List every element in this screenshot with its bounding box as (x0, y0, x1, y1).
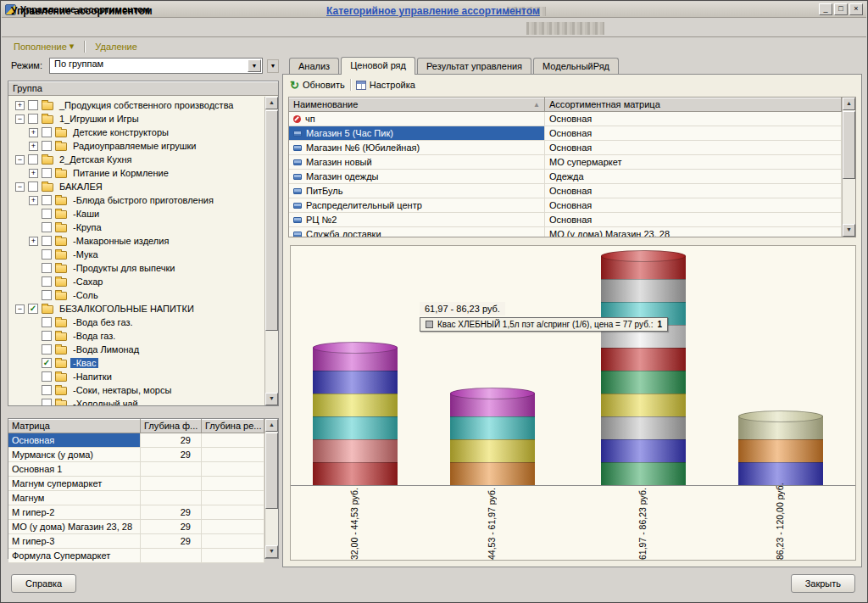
tree-expander-icon[interactable]: − (15, 182, 25, 192)
bar-segment[interactable] (450, 416, 535, 439)
bar-segment[interactable] (601, 439, 686, 462)
tree-checkbox[interactable] (28, 100, 38, 110)
tree-expander-icon[interactable]: + (29, 196, 38, 205)
tree-item[interactable]: −1_Игрушки и Игры (8, 112, 264, 126)
matrix-row[interactable]: М гипер-329 (8, 534, 264, 549)
store-matrix-cell[interactable]: Основная (545, 112, 842, 126)
store-name-cell[interactable]: Магазин №6 (Юбилейная) (289, 141, 545, 155)
minimize-button[interactable]: _ (819, 3, 832, 15)
bar-segment[interactable] (738, 439, 823, 462)
panel-dropdown-button[interactable]: ▼ (267, 59, 279, 73)
tree-checkbox[interactable] (42, 127, 52, 137)
tree-expander-icon[interactable]: − (15, 304, 25, 314)
bar-segment[interactable] (313, 416, 398, 439)
store-matrix-cell[interactable]: Основная (545, 184, 842, 198)
bar-segment[interactable] (450, 439, 535, 462)
tree-vertical-scrollbar[interactable]: ▲ ▼ (264, 97, 278, 405)
bar-segment[interactable] (601, 348, 686, 371)
matrix-vertical-scrollbar[interactable]: ▲ ▼ (264, 419, 278, 558)
tree-checkbox[interactable] (28, 181, 38, 192)
scroll-down-icon[interactable]: ▼ (843, 224, 855, 237)
tree-checkbox[interactable] (42, 168, 52, 178)
bar-segment[interactable] (738, 462, 823, 485)
scroll-up-icon[interactable]: ▲ (265, 419, 278, 432)
tree-checkbox[interactable]: ✓ (28, 304, 38, 314)
store-name-cell[interactable]: Распределительный центр (289, 198, 545, 213)
tree-expander-icon[interactable]: + (29, 128, 38, 137)
tree-item[interactable]: -Сахар (8, 275, 264, 288)
matrix-depth-fact-cell[interactable] (141, 477, 202, 491)
scrollbar-thumb[interactable] (265, 433, 278, 509)
tree-item[interactable]: -Крупа (8, 221, 264, 234)
tree-item[interactable]: +-Макаронные изделия (8, 234, 264, 248)
tree-item[interactable]: -Каши (8, 207, 264, 221)
tree-item[interactable]: -Холодный чай (8, 397, 264, 405)
tree-expander-icon[interactable]: − (15, 114, 25, 124)
matrix-depth-res-cell[interactable] (202, 534, 264, 549)
matrix-name-cell[interactable]: М гипер-2 (8, 505, 141, 520)
tree-checkbox[interactable] (28, 154, 38, 165)
matrix-depth-fact-cell[interactable]: 29 (141, 448, 202, 462)
tree-checkbox[interactable] (42, 276, 52, 287)
store-matrix-cell[interactable]: Одежда (545, 170, 842, 184)
matrix-row[interactable]: М гипер-229 (8, 505, 264, 520)
store-matrix-cell[interactable]: МО супермаркет (545, 155, 842, 170)
tree-item[interactable]: +_Продукция собственного производства (8, 98, 264, 112)
store-row[interactable]: Магазин 5 (Час Пик)Основная (289, 126, 842, 141)
tree-checkbox[interactable] (28, 114, 38, 124)
bar-segment[interactable] (601, 462, 686, 485)
tree-checkbox[interactable] (42, 141, 52, 151)
matrix-depth-res-cell[interactable] (202, 505, 264, 520)
matrix-name-cell[interactable]: Основная 1 (8, 462, 141, 477)
store-row[interactable]: Магазин новыйМО супермаркет (289, 155, 842, 170)
matrix-column-header[interactable]: Глубина ф... (141, 419, 202, 433)
tab-analysis[interactable]: Анализ (289, 58, 339, 74)
tree-checkbox[interactable] (42, 344, 52, 355)
store-name-cell[interactable]: РЦ №2 (289, 213, 545, 227)
help-button[interactable]: Справка (11, 574, 76, 593)
matrix-name-cell[interactable]: Мурманск (у дома) (8, 448, 141, 462)
tree-item[interactable]: -Вода без газ. (8, 315, 264, 329)
matrix-depth-res-cell[interactable] (202, 549, 264, 563)
store-row[interactable]: Магазин №6 (Юбилейная)Основная (289, 141, 842, 155)
sort-asc-icon[interactable]: ▲ (533, 101, 540, 109)
bar-segment[interactable] (601, 279, 686, 302)
scrollbar-thumb[interactable] (265, 110, 278, 331)
store-row[interactable]: чпОсновная (289, 112, 842, 126)
chart-bar[interactable] (450, 394, 535, 485)
matrix-depth-fact-cell[interactable]: 29 (141, 505, 202, 520)
chart-bar[interactable] (601, 256, 686, 485)
tree-checkbox[interactable] (42, 399, 52, 405)
tree-checkbox[interactable] (42, 209, 52, 219)
tree-item[interactable]: -Мука (8, 248, 264, 261)
tree-item[interactable]: +Радиоуправляемые игрушки (8, 139, 264, 153)
store-name-cell[interactable]: Магазин 5 (Час Пик) (289, 126, 545, 141)
matrix-depth-fact-cell[interactable] (141, 462, 202, 477)
scroll-down-icon[interactable]: ▼ (265, 545, 278, 558)
bar-segment[interactable] (450, 462, 535, 485)
matrix-row[interactable]: Формула Супермаркет (8, 549, 264, 563)
tree-checkbox[interactable] (42, 249, 52, 260)
tree-item[interactable]: -Продукты для выпечки (8, 261, 264, 275)
maximize-button[interactable]: □ (834, 3, 848, 15)
tree-expander-icon[interactable]: + (15, 101, 25, 110)
tree-item[interactable]: +Питание и Кормление (8, 166, 264, 180)
bar-segment[interactable] (313, 371, 398, 394)
store-name-cell[interactable]: ПитБуль (289, 184, 545, 198)
matrix-depth-fact-cell[interactable] (141, 549, 202, 563)
tree-expander-icon[interactable]: + (29, 142, 38, 151)
tree-item[interactable]: ✓-Квас (8, 356, 264, 370)
chart-bar[interactable] (313, 348, 398, 485)
tree-checkbox[interactable]: ✓ (42, 358, 52, 368)
matrix-name-cell[interactable]: Магнум (8, 491, 141, 505)
scroll-up-icon[interactable]: ▲ (843, 98, 855, 110)
tree-checkbox[interactable] (42, 263, 52, 273)
matrix-depth-res-cell[interactable] (202, 520, 264, 534)
matrix-depth-res-cell[interactable] (202, 491, 264, 505)
matrix-depth-res-cell[interactable] (202, 477, 264, 491)
stores-vertical-scrollbar[interactable]: ▲ ▼ (842, 98, 855, 237)
store-name-cell[interactable]: Магазин одежды (289, 170, 545, 184)
store-row[interactable]: РЦ №2Основная (289, 213, 842, 227)
matrix-depth-fact-cell[interactable] (141, 491, 202, 505)
matrix-column-header[interactable]: Глубина ре... (202, 419, 264, 433)
